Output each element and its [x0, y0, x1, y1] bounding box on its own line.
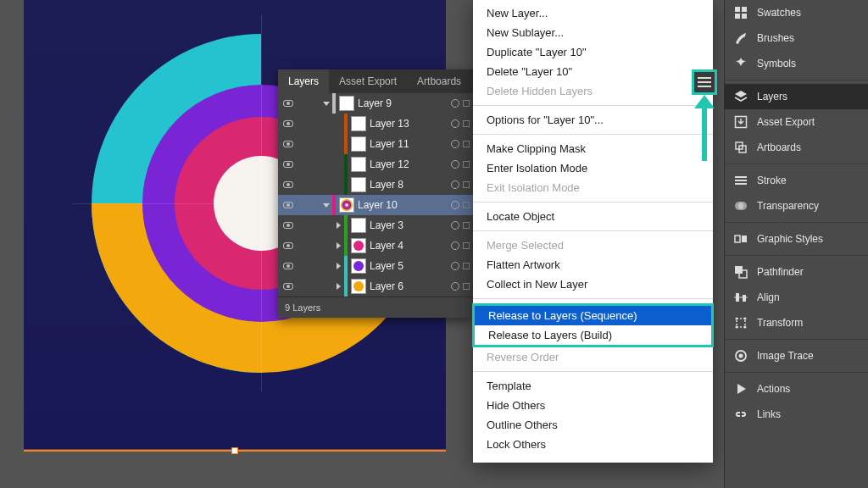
- disclosure-caret[interactable]: [332, 283, 344, 290]
- layer-name[interactable]: Layer 12: [370, 158, 448, 170]
- selection-indicator[interactable]: [463, 202, 470, 208]
- visibility-toggle[interactable]: [278, 283, 298, 290]
- visibility-toggle[interactable]: [278, 141, 298, 147]
- menu-item[interactable]: Hide Others: [473, 396, 713, 415]
- layer-name[interactable]: Layer 8: [370, 179, 448, 191]
- layer-row[interactable]: Layer 9: [278, 93, 473, 114]
- visibility-toggle[interactable]: [278, 120, 298, 127]
- dock-label: Image Trace: [757, 350, 814, 362]
- target-icon[interactable]: [451, 140, 459, 148]
- layer-name[interactable]: Layer 9: [358, 97, 448, 109]
- menu-item[interactable]: Delete "Layer 10": [473, 62, 713, 81]
- menu-item[interactable]: Locate Object: [473, 207, 713, 226]
- dock-links[interactable]: Links: [725, 402, 868, 427]
- layer-name[interactable]: Layer 11: [370, 138, 448, 150]
- target-icon[interactable]: [451, 241, 459, 250]
- menu-item[interactable]: Flatten Artwork: [473, 255, 713, 274]
- menu-item[interactable]: Make Clipping Mask: [473, 139, 713, 158]
- dock-transform[interactable]: Transform: [725, 310, 868, 336]
- menu-item[interactable]: Release to Layers (Build): [475, 325, 711, 345]
- selection-indicator[interactable]: [463, 141, 470, 147]
- dock-asset-export[interactable]: Asset Export: [725, 109, 868, 135]
- dock-label: Align: [757, 291, 780, 303]
- dock-align[interactable]: Align: [725, 285, 868, 310]
- target-icon[interactable]: [451, 262, 459, 270]
- menu-item[interactable]: New Layer...: [473, 3, 713, 23]
- menu-item[interactable]: New Sublayer...: [473, 23, 713, 42]
- selection-indicator[interactable]: [463, 161, 470, 168]
- menu-item[interactable]: Enter Isolation Mode: [473, 158, 713, 178]
- visibility-toggle[interactable]: [278, 263, 298, 269]
- layer-row[interactable]: Layer 8: [278, 175, 473, 195]
- layer-row[interactable]: Layer 4: [278, 236, 473, 256]
- visibility-toggle[interactable]: [278, 100, 298, 107]
- selection-color-stripe: [332, 93, 336, 114]
- layer-thumbnail: [351, 258, 366, 274]
- target-icon[interactable]: [451, 180, 459, 189]
- dock-image-trace[interactable]: Image Trace: [725, 343, 868, 369]
- visibility-toggle[interactable]: [278, 222, 298, 229]
- menu-item[interactable]: Release to Layers (Sequence): [475, 306, 711, 325]
- selection-indicator[interactable]: [463, 263, 470, 269]
- visibility-toggle[interactable]: [278, 161, 298, 168]
- dock-label: Transparency: [757, 200, 819, 212]
- layer-row[interactable]: Layer 12: [278, 154, 473, 175]
- menu-item[interactable]: Outline Others: [473, 415, 713, 435]
- dock-actions[interactable]: Actions: [725, 376, 868, 402]
- target-icon[interactable]: [451, 201, 459, 209]
- layer-row[interactable]: Layer 11: [278, 134, 473, 154]
- dock-stroke[interactable]: Stroke: [725, 168, 868, 193]
- dock-brushes[interactable]: Brushes: [725, 25, 868, 51]
- dock-swatches[interactable]: Swatches: [725, 0, 868, 25]
- dock-graphic-styles[interactable]: Graphic Styles: [725, 226, 868, 252]
- layer-name[interactable]: Layer 10: [358, 199, 448, 211]
- target-icon[interactable]: [451, 221, 459, 230]
- menu-item[interactable]: Lock Others: [473, 435, 713, 454]
- visibility-toggle[interactable]: [278, 181, 298, 188]
- dock-pathfinder[interactable]: Pathfinder: [725, 259, 868, 285]
- layer-thumbnail: [339, 96, 354, 111]
- annotation-arrow: [698, 95, 710, 161]
- target-icon[interactable]: [451, 99, 459, 108]
- target-icon[interactable]: [451, 119, 459, 128]
- target-icon[interactable]: [451, 282, 459, 291]
- disclosure-caret[interactable]: [332, 222, 344, 229]
- selection-indicator[interactable]: [463, 283, 470, 290]
- selection-indicator[interactable]: [463, 181, 470, 188]
- dock-layers[interactable]: Layers: [725, 84, 868, 109]
- layer-row[interactable]: Layer 5: [278, 256, 473, 276]
- layer-row[interactable]: Layer 3: [278, 215, 473, 236]
- selection-color-stripe: [344, 134, 348, 154]
- target-icon[interactable]: [451, 160, 459, 169]
- tab-asset-export[interactable]: Asset Export: [329, 69, 407, 93]
- menu-item[interactable]: Collect in New Layer: [473, 274, 713, 294]
- disclosure-caret[interactable]: [320, 102, 332, 106]
- layer-name[interactable]: Layer 4: [370, 240, 448, 252]
- menu-item[interactable]: Duplicate "Layer 10": [473, 42, 713, 62]
- visibility-toggle[interactable]: [278, 202, 298, 208]
- layer-row[interactable]: Layer 6: [278, 276, 473, 297]
- disclosure-caret[interactable]: [320, 203, 332, 208]
- artboard-handle[interactable]: [231, 447, 238, 454]
- selection-indicator[interactable]: [463, 120, 470, 127]
- menu-item[interactable]: Options for "Layer 10"...: [473, 110, 713, 130]
- panel-menu-button[interactable]: [692, 69, 717, 95]
- tab-layers[interactable]: Layers: [278, 69, 329, 93]
- menu-item[interactable]: Template: [473, 376, 713, 396]
- tab-artboards[interactable]: Artboards: [407, 69, 471, 93]
- disclosure-caret[interactable]: [332, 242, 344, 249]
- dock-artboards[interactable]: Artboards: [725, 135, 868, 160]
- selection-indicator[interactable]: [463, 100, 470, 107]
- selection-indicator[interactable]: [463, 242, 470, 249]
- layer-row[interactable]: Layer 10: [278, 195, 473, 215]
- dock-symbols[interactable]: Symbols: [725, 51, 868, 76]
- layer-name[interactable]: Layer 13: [370, 118, 448, 130]
- layer-name[interactable]: Layer 3: [370, 219, 448, 231]
- layer-row[interactable]: Layer 13: [278, 114, 473, 134]
- dock-transparency[interactable]: Transparency: [725, 193, 868, 219]
- disclosure-caret[interactable]: [332, 263, 344, 269]
- selection-indicator[interactable]: [463, 222, 470, 229]
- visibility-toggle[interactable]: [278, 242, 298, 249]
- layer-name[interactable]: Layer 5: [370, 260, 448, 272]
- layer-name[interactable]: Layer 6: [370, 280, 448, 292]
